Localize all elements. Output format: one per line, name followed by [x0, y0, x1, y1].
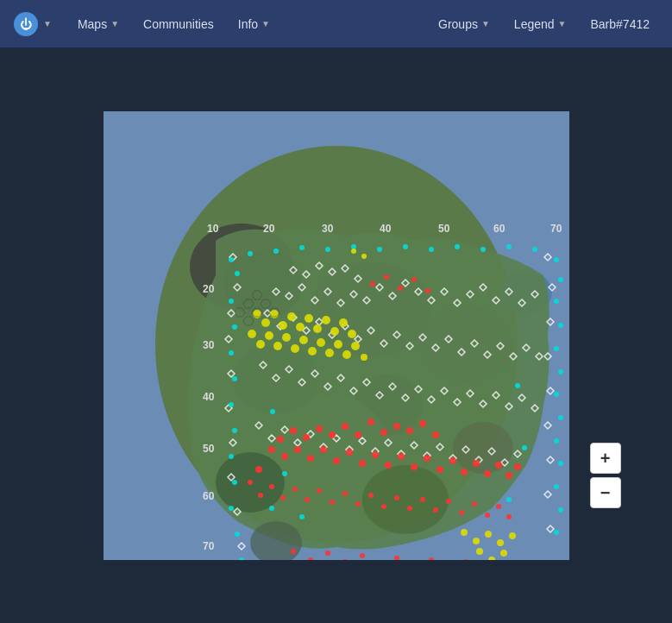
svg-point-289 — [308, 347, 317, 356]
svg-point-222 — [424, 455, 430, 462]
navbar: ⏻ ▼ Maps ▼ Communities Info ▼ Groups ▼ L… — [0, 0, 672, 48]
svg-point-239 — [330, 500, 335, 505]
svg-text:40: 40 — [203, 391, 215, 403]
svg-point-301 — [497, 539, 504, 546]
svg-point-240 — [342, 491, 348, 496]
svg-point-231 — [255, 466, 262, 473]
nav-legend-label: Legend — [514, 17, 555, 31]
svg-point-205 — [329, 431, 336, 438]
svg-point-165 — [558, 507, 563, 513]
svg-point-159 — [558, 369, 563, 374]
svg-point-244 — [394, 495, 399, 500]
svg-point-297 — [361, 254, 367, 259]
svg-point-286 — [282, 333, 291, 342]
svg-point-198 — [380, 429, 387, 436]
svg-point-242 — [368, 493, 374, 498]
svg-point-155 — [558, 277, 563, 282]
svg-point-158 — [554, 346, 559, 351]
svg-point-168 — [273, 249, 279, 254]
svg-text:+: + — [512, 383, 517, 391]
svg-point-292 — [334, 340, 342, 349]
svg-point-238 — [317, 488, 322, 494]
svg-point-199 — [393, 423, 400, 430]
svg-point-278 — [322, 316, 330, 324]
svg-point-228 — [495, 462, 502, 469]
svg-point-280 — [339, 318, 348, 327]
nav-user[interactable]: Barb#7412 — [581, 12, 658, 36]
svg-point-167 — [248, 251, 253, 256]
svg-point-281 — [348, 330, 356, 338]
svg-point-141 — [229, 257, 234, 262]
svg-point-256 — [398, 286, 403, 291]
svg-point-161 — [558, 415, 563, 420]
svg-point-174 — [429, 247, 434, 252]
svg-point-277 — [313, 324, 322, 333]
svg-point-300 — [485, 531, 492, 538]
svg-text:+: + — [502, 368, 506, 376]
svg-point-259 — [291, 549, 296, 554]
svg-point-212 — [294, 446, 301, 453]
svg-point-243 — [381, 504, 386, 509]
svg-point-299 — [473, 538, 480, 544]
svg-point-162 — [554, 438, 559, 444]
svg-point-248 — [446, 499, 451, 504]
nav-item-communities[interactable]: Communities — [135, 12, 223, 36]
svg-point-215 — [333, 457, 340, 464]
svg-point-284 — [265, 331, 273, 340]
svg-text:70: 70 — [203, 540, 215, 552]
nav-item-maps[interactable]: Maps ▼ — [69, 12, 128, 36]
svg-point-193 — [299, 514, 305, 519]
svg-point-221 — [411, 463, 418, 470]
svg-point-279 — [330, 327, 339, 336]
svg-text:50: 50 — [438, 223, 450, 235]
nav-item-legend[interactable]: Legend ▼ — [506, 12, 575, 36]
zoom-in-button[interactable]: + — [590, 443, 621, 474]
svg-point-218 — [372, 451, 379, 458]
svg-point-178 — [532, 247, 537, 252]
nav-maps-label: Maps — [78, 17, 107, 31]
svg-point-275 — [296, 323, 305, 331]
svg-point-173 — [403, 244, 408, 249]
svg-point-253 — [506, 514, 512, 519]
svg-text:60: 60 — [493, 223, 506, 235]
svg-point-149 — [229, 454, 234, 459]
nav-item-info[interactable]: Info ▼ — [229, 12, 279, 36]
svg-point-274 — [287, 312, 296, 321]
svg-point-177 — [506, 244, 512, 249]
svg-point-251 — [485, 513, 490, 518]
svg-point-227 — [484, 470, 491, 477]
nav-brand[interactable]: ⏻ ▼ — [14, 12, 52, 36]
map-svg: 10 20 30 40 50 60 70 80 20 30 40 50 60 7… — [104, 111, 569, 560]
svg-text:+: + — [523, 351, 527, 359]
svg-point-142 — [235, 271, 240, 276]
svg-point-190 — [270, 409, 275, 414]
svg-point-201 — [419, 420, 426, 427]
svg-point-257 — [411, 277, 417, 282]
svg-point-151 — [229, 506, 234, 511]
svg-point-156 — [554, 299, 559, 304]
svg-point-172 — [377, 247, 382, 252]
svg-point-276 — [305, 314, 313, 323]
svg-point-220 — [398, 453, 405, 460]
main-content: 10 20 30 40 50 60 70 80 20 30 40 50 60 7… — [0, 48, 672, 623]
svg-point-258 — [425, 288, 430, 293]
svg-point-147 — [229, 402, 234, 407]
svg-point-229 — [506, 472, 512, 479]
svg-text:70: 70 — [550, 223, 562, 235]
nav-item-groups[interactable]: Groups ▼ — [430, 12, 499, 36]
svg-point-203 — [355, 431, 361, 438]
svg-text:30: 30 — [203, 339, 215, 351]
svg-point-154 — [554, 257, 559, 262]
groups-dropdown-icon: ▼ — [481, 19, 490, 28]
brand-dropdown-arrow[interactable]: ▼ — [43, 19, 52, 28]
svg-point-169 — [299, 245, 305, 250]
svg-point-295 — [361, 354, 367, 361]
zoom-out-button[interactable]: − — [590, 477, 621, 508]
map-canvas[interactable]: 10 20 30 40 50 60 70 80 20 30 40 50 60 7… — [104, 111, 569, 560]
svg-point-226 — [473, 460, 480, 467]
svg-point-235 — [280, 495, 286, 500]
svg-point-163 — [558, 461, 563, 466]
nav-info-label: Info — [238, 17, 258, 31]
svg-point-196 — [506, 497, 512, 502]
svg-point-249 — [459, 510, 464, 515]
